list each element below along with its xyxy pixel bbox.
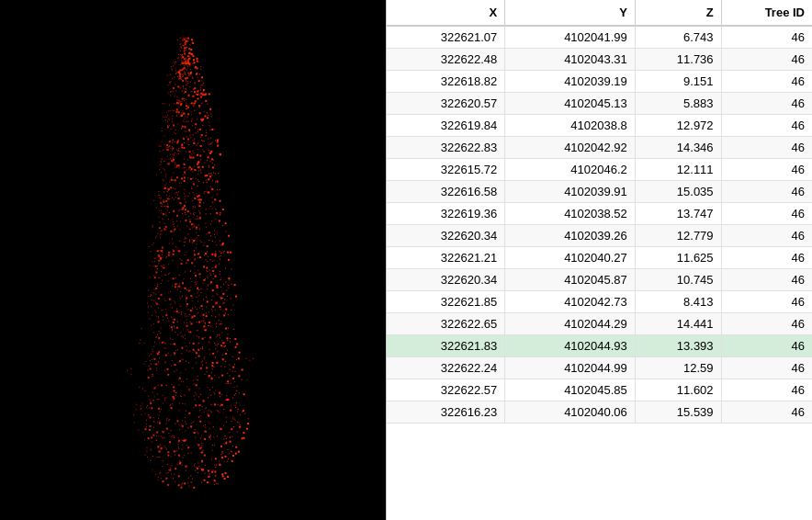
cell-tree_id: 46 — [721, 49, 812, 71]
cell-y: 4102043.31 — [505, 49, 636, 71]
cell-x: 322616.23 — [387, 401, 505, 424]
cell-y: 4102046.2 — [505, 159, 636, 181]
cell-tree_id: 46 — [721, 401, 812, 424]
cell-y: 4102038.8 — [505, 115, 636, 137]
col-header-z: Z — [635, 0, 721, 26]
table-row[interactable]: 322621.854102042.738.41346 — [387, 291, 812, 313]
table-row[interactable]: 322616.584102039.9115.03546 — [387, 181, 812, 203]
cell-y: 4102045.85 — [505, 379, 636, 401]
cell-z: 11.736 — [635, 49, 721, 71]
cell-y: 4102039.19 — [505, 71, 636, 93]
table-row[interactable]: 322622.484102043.3111.73646 — [387, 49, 812, 71]
cell-z: 11.625 — [635, 247, 721, 269]
cell-z: 9.151 — [635, 71, 721, 93]
cell-tree_id: 46 — [721, 203, 812, 225]
cell-tree_id: 46 — [721, 137, 812, 159]
cell-x: 322622.48 — [387, 49, 505, 71]
cell-x: 322621.85 — [387, 291, 505, 313]
table-row[interactable]: 322619.364102038.5213.74746 — [387, 203, 812, 225]
table-row[interactable]: 322620.344102045.8710.74546 — [387, 269, 812, 291]
cell-z: 12.59 — [635, 357, 721, 379]
cell-y: 4102040.27 — [505, 247, 636, 269]
cell-y: 4102042.73 — [505, 291, 636, 313]
cell-y: 4102041.99 — [505, 26, 636, 49]
cell-y: 4102039.26 — [505, 225, 636, 247]
col-header-y: Y — [505, 0, 636, 26]
cell-x: 322619.36 — [387, 203, 505, 225]
cell-y: 4102044.99 — [505, 357, 636, 379]
cell-x: 322615.72 — [387, 159, 505, 181]
table-row[interactable]: 322618.824102039.199.15146 — [387, 71, 812, 93]
table-row[interactable]: 322616.234102040.0615.53946 — [387, 401, 812, 424]
cell-x: 322620.34 — [387, 269, 505, 291]
cell-x: 322616.58 — [387, 181, 505, 203]
table-row[interactable]: 322621.834102044.9313.39346 — [387, 335, 812, 357]
cell-tree_id: 46 — [721, 71, 812, 93]
table-row[interactable]: 322622.244102044.9912.5946 — [387, 357, 812, 379]
cell-z: 14.346 — [635, 137, 721, 159]
cell-x: 322621.07 — [387, 26, 505, 49]
col-header-tree-id: Tree ID — [721, 0, 812, 26]
cell-y: 4102040.06 — [505, 401, 636, 424]
cell-x: 322620.34 — [387, 225, 505, 247]
table-header-row: X Y Z Tree ID — [387, 0, 812, 26]
cell-z: 12.779 — [635, 225, 721, 247]
cell-z: 6.743 — [635, 26, 721, 49]
cell-z: 12.111 — [635, 159, 721, 181]
cell-z: 10.745 — [635, 269, 721, 291]
table-row[interactable]: 322622.834102042.9214.34646 — [387, 137, 812, 159]
cell-tree_id: 46 — [721, 26, 812, 49]
cell-x: 322620.57 — [387, 93, 505, 115]
cell-tree_id: 46 — [721, 181, 812, 203]
cell-tree_id: 46 — [721, 379, 812, 401]
data-table: X Y Z Tree ID 322621.074102041.996.74346… — [387, 0, 812, 424]
cell-z: 11.602 — [635, 379, 721, 401]
cell-y: 4102045.13 — [505, 93, 636, 115]
cell-y: 4102042.92 — [505, 137, 636, 159]
point-cloud-canvas — [0, 0, 386, 520]
cell-tree_id: 46 — [721, 313, 812, 335]
cell-z: 12.972 — [635, 115, 721, 137]
cell-tree_id: 46 — [721, 291, 812, 313]
cell-tree_id: 46 — [721, 247, 812, 269]
table-row[interactable]: 322615.724102046.212.11146 — [387, 159, 812, 181]
cell-tree_id: 46 — [721, 225, 812, 247]
cell-x: 322618.82 — [387, 71, 505, 93]
cell-tree_id: 46 — [721, 115, 812, 137]
table-row[interactable]: 322620.574102045.135.88346 — [387, 93, 812, 115]
cell-z: 13.393 — [635, 335, 721, 357]
cell-tree_id: 46 — [721, 335, 812, 357]
cell-z: 15.035 — [635, 181, 721, 203]
cell-x: 322622.65 — [387, 313, 505, 335]
table-row[interactable]: 322621.214102040.2711.62546 — [387, 247, 812, 269]
table-row[interactable]: 322622.574102045.8511.60246 — [387, 379, 812, 401]
cell-tree_id: 46 — [721, 357, 812, 379]
cell-y: 4102044.29 — [505, 313, 636, 335]
cell-y: 4102045.87 — [505, 269, 636, 291]
cell-y: 4102039.91 — [505, 181, 636, 203]
cell-z: 5.883 — [635, 93, 721, 115]
cell-tree_id: 46 — [721, 159, 812, 181]
cell-z: 14.441 — [635, 313, 721, 335]
table-row[interactable]: 322622.654102044.2914.44146 — [387, 313, 812, 335]
cell-x: 322622.83 — [387, 137, 505, 159]
cell-y: 4102044.93 — [505, 335, 636, 357]
table-body: 322621.074102041.996.74346322622.4841020… — [387, 26, 812, 424]
table-row[interactable]: 322619.844102038.812.97246 — [387, 115, 812, 137]
cell-y: 4102038.52 — [505, 203, 636, 225]
cell-tree_id: 46 — [721, 269, 812, 291]
table-row[interactable]: 322620.344102039.2612.77946 — [387, 225, 812, 247]
cell-z: 8.413 — [635, 291, 721, 313]
cell-z: 13.747 — [635, 203, 721, 225]
cell-x: 322622.57 — [387, 379, 505, 401]
table-row[interactable]: 322621.074102041.996.74346 — [387, 26, 812, 49]
cell-x: 322619.84 — [387, 115, 505, 137]
cell-x: 322622.24 — [387, 357, 505, 379]
cell-z: 15.539 — [635, 401, 721, 424]
visualization-panel — [0, 0, 386, 520]
data-panel[interactable]: X Y Z Tree ID 322621.074102041.996.74346… — [386, 0, 812, 520]
cell-tree_id: 46 — [721, 93, 812, 115]
col-header-x: X — [387, 0, 505, 26]
cell-x: 322621.21 — [387, 247, 505, 269]
cell-x: 322621.83 — [387, 335, 505, 357]
